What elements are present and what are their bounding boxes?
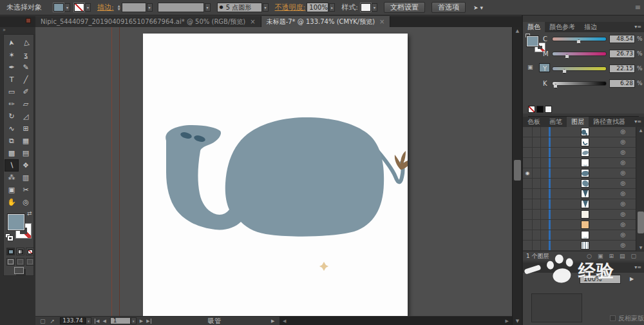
- vertical-scrollbar[interactable]: ▲ ▼: [512, 27, 522, 325]
- canvas-pasteboard[interactable]: [35, 27, 512, 316]
- stroke-dropdown-icon[interactable]: ▾: [85, 3, 91, 12]
- variable-width-field[interactable]: [158, 3, 204, 12]
- layer-thumbnail[interactable]: [581, 241, 589, 250]
- layer-row[interactable]: ◎: [523, 199, 636, 210]
- visibility-eye-icon[interactable]: [523, 158, 533, 168]
- document-tab[interactable]: Nipic_5444097_20190409165107667964.ai* @…: [35, 16, 261, 28]
- layer-thumbnail[interactable]: [581, 159, 589, 167]
- vertical-guide[interactable]: [111, 27, 112, 316]
- layer-thumbnail[interactable]: [581, 190, 589, 198]
- free-transform-tool[interactable]: ⊞: [19, 123, 33, 135]
- none-swatch[interactable]: [528, 106, 535, 113]
- panel-tab-颜色[interactable]: 颜色: [523, 22, 545, 32]
- direct-selection-tool[interactable]: ▷: [19, 37, 33, 49]
- perspective-grid-tool[interactable]: ▦: [19, 135, 33, 147]
- selection-tool[interactable]: ➤: [5, 37, 19, 49]
- appearance-target-icon[interactable]: ◎: [620, 199, 625, 209]
- lasso-tool[interactable]: ʓ: [19, 49, 33, 61]
- lock-cell[interactable]: [533, 179, 541, 188]
- appearance-target-icon[interactable]: ◎: [620, 148, 625, 157]
- visibility-eye-icon[interactable]: ◉: [523, 168, 533, 178]
- panel-tab-色板[interactable]: 色板: [523, 117, 545, 127]
- clip-mask-icon[interactable]: ▣: [598, 253, 603, 259]
- appearance-target-icon[interactable]: ◎: [620, 220, 625, 230]
- swap-fill-stroke-icon[interactable]: ⇄: [27, 210, 32, 217]
- scroll-up-icon[interactable]: ▲: [513, 27, 522, 35]
- lock-cell[interactable]: [533, 210, 541, 219]
- layer-row[interactable]: ◎: [523, 148, 636, 158]
- appearance-target-icon[interactable]: ◎: [620, 241, 625, 250]
- mesh-tool[interactable]: ▩: [5, 147, 19, 159]
- symbol-sprayer-tool[interactable]: ⁂: [5, 172, 19, 184]
- appearance-target-icon[interactable]: ◎: [620, 179, 625, 188]
- draw-behind-button[interactable]: [16, 258, 24, 266]
- new-layer-icon[interactable]: ▤: [620, 253, 625, 259]
- canvas-nav-icon[interactable]: ▢: [40, 318, 46, 324]
- tab-close-icon[interactable]: ×: [379, 16, 384, 28]
- channel-slider[interactable]: [552, 66, 607, 71]
- gradient-mode-button[interactable]: [16, 248, 24, 255]
- layer-row[interactable]: ◎: [523, 230, 636, 241]
- hscroll-right-icon[interactable]: ▶: [506, 319, 509, 324]
- channel-value-field[interactable]: 26.73: [609, 50, 635, 58]
- panel-tab-描边[interactable]: 描边: [580, 22, 601, 32]
- layer-row[interactable]: ◉◎: [523, 168, 636, 179]
- visibility-eye-icon[interactable]: [523, 210, 533, 219]
- shape-builder-tool[interactable]: ⧉: [5, 135, 19, 147]
- dock-menu-icon[interactable]: ≡: [635, 3, 641, 12]
- screen-mode-button[interactable]: [14, 267, 24, 274]
- draw-inside-button[interactable]: [26, 258, 34, 266]
- layer-row[interactable]: ◎: [523, 220, 636, 230]
- style-dropdown-icon[interactable]: ▾: [372, 3, 377, 12]
- layer-row[interactable]: ◎: [523, 179, 636, 189]
- hand-tool[interactable]: ✋: [5, 196, 19, 208]
- opacity-arrow-icon[interactable]: ▶: [630, 276, 634, 282]
- stroke-color-swatch[interactable]: [74, 3, 84, 12]
- elephant-body[interactable]: [166, 117, 384, 237]
- stroke-weight-dropdown-icon[interactable]: ▾: [147, 3, 153, 12]
- search-icon[interactable]: ○: [587, 253, 592, 259]
- layers-scrollbar[interactable]: ▲ ▼: [636, 127, 644, 251]
- visibility-eye-icon[interactable]: [523, 230, 533, 240]
- slice-tool[interactable]: ✂: [19, 184, 33, 196]
- visibility-eye-icon[interactable]: [523, 137, 533, 147]
- white-swatch[interactable]: [545, 106, 552, 113]
- toolbar-collapse-icon[interactable]: »: [0, 27, 35, 34]
- lock-cell[interactable]: [533, 220, 541, 230]
- stroke-weight-field[interactable]: [122, 3, 146, 12]
- opacity-field[interactable]: 100%: [307, 3, 328, 12]
- tab-close-icon[interactable]: ×: [250, 16, 255, 28]
- panel-tab-画笔[interactable]: 画笔: [545, 117, 567, 127]
- next-artboard-icon[interactable]: ▶: [140, 319, 143, 324]
- channel-slider[interactable]: [552, 81, 607, 86]
- lock-cell[interactable]: [533, 241, 541, 250]
- style-swatch[interactable]: [361, 3, 371, 12]
- brush-definition-field[interactable]: ● 5 点圆形: [217, 3, 262, 12]
- layers-scroll-down-icon[interactable]: ▼: [636, 244, 644, 251]
- new-sublayer-icon[interactable]: ⊞: [609, 253, 614, 259]
- layers-scroll-thumb[interactable]: [638, 212, 644, 233]
- channel-value-field[interactable]: 22.15: [609, 64, 635, 73]
- layer-thumbnail[interactable]: [581, 231, 589, 239]
- magic-wand-tool[interactable]: ✶: [5, 49, 19, 61]
- lock-cell[interactable]: [533, 137, 541, 147]
- fill-color-swatch[interactable]: [53, 3, 64, 12]
- layer-thumbnail[interactable]: [581, 138, 589, 146]
- layer-row[interactable]: ◎: [523, 241, 636, 251]
- appearance-target-icon[interactable]: ◎: [620, 127, 625, 137]
- transparency-opacity-field[interactable]: 100%: [580, 275, 621, 284]
- lock-cell[interactable]: [533, 158, 541, 168]
- layer-thumbnail[interactable]: [581, 169, 589, 177]
- panel-tab-颜色参考[interactable]: 颜色参考: [545, 22, 580, 32]
- channel-value-field[interactable]: 48.54: [609, 35, 635, 43]
- first-artboard-icon[interactable]: ◀: [95, 319, 99, 324]
- color-mode-button[interactable]: [6, 248, 15, 255]
- blend-tool[interactable]: ❖: [19, 159, 33, 172]
- panel-tab-图层[interactable]: 图层: [567, 117, 589, 127]
- layer-thumbnail[interactable]: [581, 128, 589, 136]
- layer-thumbnail[interactable]: [581, 200, 589, 208]
- visibility-eye-icon[interactable]: [523, 148, 533, 157]
- draw-normal-button[interactable]: [6, 258, 15, 266]
- zoom-dropdown-icon[interactable]: ▾: [86, 317, 91, 324]
- artboard-number-field[interactable]: 1: [110, 317, 131, 324]
